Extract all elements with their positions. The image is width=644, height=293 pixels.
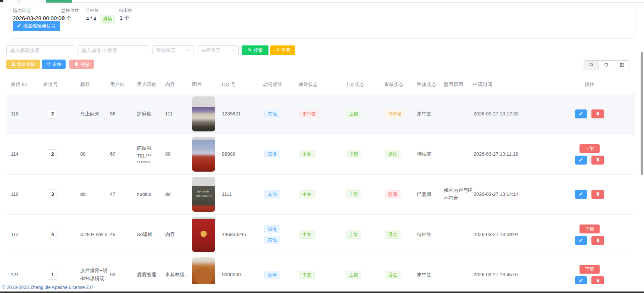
shelf-status-tag: 上架	[346, 230, 361, 239]
pending-review-value: 1 个	[120, 15, 129, 22]
copyright-link[interactable]: © 2018-2022 Zheng Jie Apache License 2.0	[2, 285, 92, 290]
anime-tag: 其他	[264, 236, 280, 244]
table-body: 118 2 马上回来 56 芝麻糊 111 1235621 其他 未中签 上架 …	[6, 94, 635, 293]
anime-tags: 国漫其他	[263, 225, 298, 244]
column-header: 申请时间	[473, 75, 562, 94]
offshelf-button[interactable]: 下架	[579, 224, 600, 233]
won-label: 已中签	[85, 7, 99, 14]
edit-button[interactable]	[575, 109, 587, 118]
overall-status-cell: 待抽签	[417, 134, 444, 174]
user-id-cell: 56	[110, 94, 137, 134]
table-row[interactable]: 118 2 马上回来 56 芝麻糊 111 1235621 其他 未中签 上架 …	[6, 94, 635, 134]
batch-review-button[interactable]: 批量审核	[6, 60, 40, 69]
overall-status-cell: 已驳回	[417, 174, 444, 214]
nickname-cell: nuoluo	[137, 174, 165, 214]
column-header: 摊位 ID	[6, 75, 43, 94]
delete-button[interactable]	[591, 190, 604, 199]
column-header: 上架状态	[345, 75, 384, 94]
grid-icon	[619, 62, 624, 69]
booth-image[interactable]	[192, 137, 215, 172]
nickname-cell: So建帆	[137, 214, 165, 255]
qq-cell: 88888	[222, 134, 263, 174]
search-icon	[589, 62, 594, 69]
content-cell: 88	[165, 134, 192, 174]
shelf-status-tag: 上架	[346, 150, 361, 158]
apply-time-cell: 2026-03-27 13:14:14	[473, 174, 562, 214]
overall-status-cell: 未中签	[417, 94, 444, 134]
table-refresh-button[interactable]	[599, 60, 614, 70]
session-date-label: 场次日期	[13, 7, 31, 14]
edit-icon	[17, 23, 21, 29]
refresh-icon	[46, 62, 51, 67]
chevron-down-icon	[186, 48, 191, 53]
full-badge: 满场	[100, 15, 115, 23]
image-cell	[192, 94, 222, 134]
operation-cell	[562, 174, 635, 214]
nickname-cell: 芝麻糊	[137, 94, 165, 134]
browser-tab[interactable]	[5, 0, 18, 3]
column-header: 驳回原因	[444, 75, 473, 94]
booth-number-box: 3	[48, 190, 57, 199]
booth-image[interactable]: IMAGINE DRAGONS	[192, 177, 215, 212]
table-row[interactable]: 112 4 3.28 H sos o 46 So建帆 内容 446833245 …	[6, 214, 635, 255]
delete-button[interactable]	[591, 236, 604, 245]
title-search-input[interactable]	[6, 45, 74, 55]
batch-edit-booth-number-button[interactable]: 批量编辑摊位号	[13, 21, 60, 31]
reject-reason-cell	[444, 214, 473, 255]
search-button[interactable]: 搜索	[242, 45, 268, 55]
pending-review-label: 待审核	[119, 7, 132, 14]
anime-tags-cell: 国漫其他	[263, 214, 298, 255]
shelf-status-tag: 上架	[346, 190, 361, 198]
table-row[interactable]: 114 2 88 60 陈振兴TEL¹³⁴ 27335601 88 88888 …	[6, 134, 635, 174]
edit-button[interactable]	[575, 236, 587, 245]
filter-row: 审核状态 抽签状态 搜索 重置	[0, 45, 644, 55]
browser-tab-strip	[0, 0, 644, 3]
reset-button[interactable]: 重置	[270, 45, 295, 55]
edit-icon	[579, 192, 583, 197]
anime-tag: 其他	[264, 190, 280, 198]
column-header: 标题	[80, 75, 110, 94]
column-header: 动漫标签	[263, 75, 298, 94]
active-browser-tab[interactable]	[46, 0, 72, 3]
trash-icon	[596, 238, 600, 243]
anime-tag: 其他	[264, 110, 280, 118]
booth-id-cell: 112	[6, 214, 43, 255]
edit-button[interactable]	[575, 156, 587, 165]
offshelf-button[interactable]: 下架	[579, 144, 600, 153]
column-settings-grid-button[interactable]	[614, 60, 629, 70]
trash-icon	[596, 192, 600, 197]
table-search-toggle-button[interactable]	[584, 60, 599, 70]
column-header: 用户昵称	[137, 75, 165, 94]
anime-tags: 原神	[263, 271, 298, 279]
image-cell	[192, 134, 222, 174]
booth-image[interactable]	[192, 217, 215, 252]
reject-reason-cell	[444, 134, 473, 174]
apply-time-cell: 2026-03-27 13:09:04	[473, 214, 562, 255]
batch-delete-button[interactable]: 删除	[69, 60, 94, 69]
apply-time-cell: 2026-03-27 13:17:33	[473, 94, 562, 134]
anime-ip-search-input[interactable]	[78, 45, 149, 55]
nickname-text: 鹿鹿畅通	[137, 271, 165, 279]
redraw-button[interactable]: 重抽	[42, 60, 66, 69]
booth-table: 摊位 ID摊位号标题用户ID用户昵称内容图片QQ 号动漫标签抽签状态上架状态审核…	[6, 75, 635, 293]
bulk-action-row: 批量审核 重抽 删除	[0, 60, 644, 69]
review-status-tag: 通过	[385, 271, 400, 279]
review-status-select[interactable]: 审核状态	[152, 45, 194, 55]
table-row[interactable]: 116 3 dd 47 nuoluo dd IMAGINE DRAGONS 11…	[6, 174, 635, 214]
vertical-scrollbar[interactable]	[641, 52, 643, 175]
delete-button[interactable]	[591, 156, 604, 165]
shelf-status-tag: 上架	[346, 110, 361, 118]
edit-button[interactable]	[575, 190, 587, 199]
qq-cell: 1235621	[222, 94, 263, 134]
image-cell	[192, 214, 222, 255]
offshelf-button[interactable]: 下架	[579, 265, 600, 274]
delete-button[interactable]	[591, 109, 604, 118]
anime-tag: 日漫	[264, 150, 280, 158]
title-cell: 88	[80, 134, 110, 174]
review-status-tag: 驳回	[385, 190, 400, 198]
booth-image[interactable]	[192, 96, 215, 131]
draw-status-select[interactable]: 抽签状态	[197, 45, 239, 55]
browser-tab[interactable]	[19, 0, 44, 3]
operation-cell: 下架	[562, 214, 635, 255]
user-id-cell: 60	[110, 134, 137, 174]
